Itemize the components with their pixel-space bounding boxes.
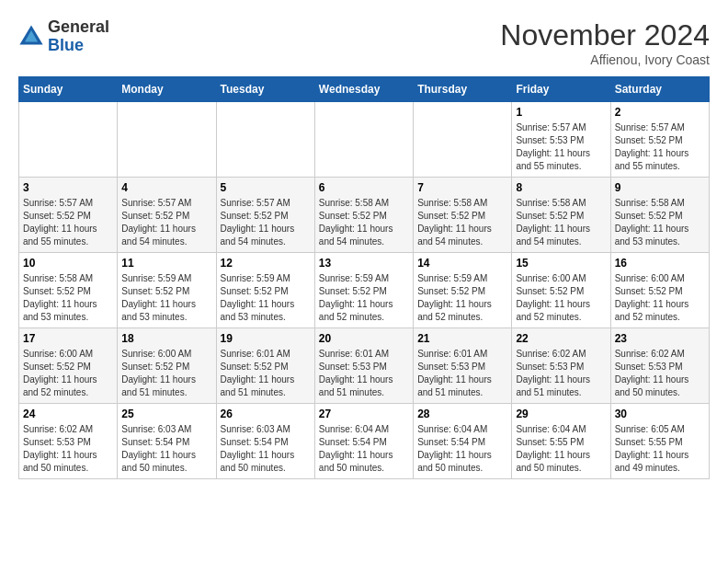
day-info: Sunrise: 5:59 AM Sunset: 5:52 PM Dayligh…: [319, 272, 409, 324]
day-number: 26: [221, 408, 311, 420]
day-number: 13: [319, 257, 409, 270]
calendar-cell: 30Sunrise: 6:05 AM Sunset: 5:55 PM Dayli…: [610, 404, 709, 479]
day-number: 22: [516, 332, 606, 345]
day-number: 18: [121, 332, 211, 345]
day-info: Sunrise: 6:03 AM Sunset: 5:54 PM Dayligh…: [121, 423, 211, 475]
day-info: Sunrise: 6:05 AM Sunset: 5:55 PM Dayligh…: [615, 423, 705, 475]
calendar-cell: [19, 102, 118, 178]
calendar-cell: 19Sunrise: 6:01 AM Sunset: 5:52 PM Dayli…: [216, 328, 314, 404]
day-info: Sunrise: 5:58 AM Sunset: 5:52 PM Dayligh…: [319, 197, 409, 248]
calendar-cell: 21Sunrise: 6:01 AM Sunset: 5:53 PM Dayli…: [414, 328, 512, 404]
calendar-cell: 1Sunrise: 5:57 AM Sunset: 5:53 PM Daylig…: [512, 102, 610, 178]
day-number: 23: [615, 332, 705, 345]
calendar-cell: 10Sunrise: 5:58 AM Sunset: 5:52 PM Dayli…: [19, 253, 118, 328]
calendar-cell: 20Sunrise: 6:01 AM Sunset: 5:53 PM Dayli…: [314, 328, 413, 404]
calendar-body: 1Sunrise: 5:57 AM Sunset: 5:53 PM Daylig…: [19, 102, 710, 479]
logo: General Blue: [18, 18, 109, 55]
calendar-cell: 9Sunrise: 5:58 AM Sunset: 5:52 PM Daylig…: [610, 178, 709, 253]
day-info: Sunrise: 5:58 AM Sunset: 5:52 PM Dayligh…: [516, 197, 606, 248]
day-info: Sunrise: 5:57 AM Sunset: 5:53 PM Dayligh…: [516, 121, 606, 173]
day-info: Sunrise: 6:03 AM Sunset: 5:54 PM Dayligh…: [221, 423, 311, 475]
day-info: Sunrise: 5:58 AM Sunset: 5:52 PM Dayligh…: [615, 197, 705, 248]
day-info: Sunrise: 6:04 AM Sunset: 5:55 PM Dayligh…: [516, 423, 606, 475]
weekday-header-friday: Friday: [512, 77, 610, 102]
calendar-cell: [314, 102, 413, 178]
calendar-cell: 17Sunrise: 6:00 AM Sunset: 5:52 PM Dayli…: [19, 328, 118, 404]
calendar-cell: 6Sunrise: 5:58 AM Sunset: 5:52 PM Daylig…: [314, 178, 413, 253]
day-info: Sunrise: 5:59 AM Sunset: 5:52 PM Dayligh…: [221, 272, 311, 324]
calendar-cell: 12Sunrise: 5:59 AM Sunset: 5:52 PM Dayli…: [216, 253, 314, 328]
calendar-cell: 13Sunrise: 5:59 AM Sunset: 5:52 PM Dayli…: [314, 253, 413, 328]
calendar-cell: 27Sunrise: 6:04 AM Sunset: 5:54 PM Dayli…: [314, 404, 413, 479]
day-info: Sunrise: 6:01 AM Sunset: 5:53 PM Dayligh…: [319, 348, 409, 399]
day-number: 5: [221, 181, 311, 194]
calendar-week-2: 3Sunrise: 5:57 AM Sunset: 5:52 PM Daylig…: [19, 178, 710, 253]
day-number: 25: [121, 408, 211, 420]
day-number: 1: [516, 106, 606, 119]
day-number: 27: [319, 408, 409, 420]
weekday-header-wednesday: Wednesday: [314, 77, 413, 102]
day-info: Sunrise: 5:58 AM Sunset: 5:52 PM Dayligh…: [23, 272, 113, 324]
calendar-table: SundayMondayTuesdayWednesdayThursdayFrid…: [18, 76, 710, 479]
calendar-cell: 22Sunrise: 6:02 AM Sunset: 5:53 PM Dayli…: [512, 328, 610, 404]
calendar-week-5: 24Sunrise: 6:02 AM Sunset: 5:53 PM Dayli…: [19, 404, 710, 479]
day-info: Sunrise: 5:58 AM Sunset: 5:52 PM Dayligh…: [417, 197, 507, 248]
page-header: General Blue November 2024 Affienou, Ivo…: [18, 18, 710, 67]
calendar-cell: 16Sunrise: 6:00 AM Sunset: 5:52 PM Dayli…: [610, 253, 709, 328]
day-number: 2: [615, 106, 705, 119]
day-info: Sunrise: 6:00 AM Sunset: 5:52 PM Dayligh…: [615, 272, 705, 324]
day-number: 21: [417, 332, 507, 345]
day-info: Sunrise: 6:04 AM Sunset: 5:54 PM Dayligh…: [319, 423, 409, 475]
calendar-cell: 18Sunrise: 6:00 AM Sunset: 5:52 PM Dayli…: [118, 328, 216, 404]
day-number: 14: [417, 257, 507, 270]
day-number: 11: [121, 257, 211, 270]
title-block: November 2024 Affienou, Ivory Coast: [500, 18, 710, 67]
day-number: 6: [319, 181, 409, 194]
day-info: Sunrise: 6:00 AM Sunset: 5:52 PM Dayligh…: [23, 348, 113, 399]
calendar-cell: 26Sunrise: 6:03 AM Sunset: 5:54 PM Dayli…: [216, 404, 314, 479]
calendar-cell: 14Sunrise: 5:59 AM Sunset: 5:52 PM Dayli…: [414, 253, 512, 328]
calendar-cell: 5Sunrise: 5:57 AM Sunset: 5:52 PM Daylig…: [216, 178, 314, 253]
day-number: 20: [319, 332, 409, 345]
calendar-cell: 7Sunrise: 5:58 AM Sunset: 5:52 PM Daylig…: [414, 178, 512, 253]
month-year-title: November 2024: [500, 18, 710, 52]
calendar-week-4: 17Sunrise: 6:00 AM Sunset: 5:52 PM Dayli…: [19, 328, 710, 404]
weekday-header-saturday: Saturday: [610, 77, 709, 102]
calendar-cell: 25Sunrise: 6:03 AM Sunset: 5:54 PM Dayli…: [118, 404, 216, 479]
weekday-header-monday: Monday: [118, 77, 216, 102]
calendar-cell: 4Sunrise: 5:57 AM Sunset: 5:52 PM Daylig…: [118, 178, 216, 253]
day-number: 24: [23, 408, 113, 420]
day-info: Sunrise: 6:00 AM Sunset: 5:52 PM Dayligh…: [516, 272, 606, 324]
day-number: 29: [516, 408, 606, 420]
day-number: 15: [516, 257, 606, 270]
weekday-header-tuesday: Tuesday: [216, 77, 314, 102]
day-number: 8: [516, 181, 606, 194]
day-info: Sunrise: 5:57 AM Sunset: 5:52 PM Dayligh…: [121, 197, 211, 248]
day-number: 16: [615, 257, 705, 270]
day-info: Sunrise: 5:57 AM Sunset: 5:52 PM Dayligh…: [23, 197, 113, 248]
day-info: Sunrise: 6:01 AM Sunset: 5:53 PM Dayligh…: [417, 348, 507, 399]
day-info: Sunrise: 6:02 AM Sunset: 5:53 PM Dayligh…: [23, 423, 113, 475]
calendar-cell: 2Sunrise: 5:57 AM Sunset: 5:52 PM Daylig…: [610, 102, 709, 178]
location-subtitle: Affienou, Ivory Coast: [500, 52, 710, 67]
day-number: 3: [23, 181, 113, 194]
day-info: Sunrise: 6:01 AM Sunset: 5:52 PM Dayligh…: [221, 348, 311, 399]
day-info: Sunrise: 6:00 AM Sunset: 5:52 PM Dayligh…: [121, 348, 211, 399]
day-info: Sunrise: 5:57 AM Sunset: 5:52 PM Dayligh…: [615, 121, 705, 173]
calendar-cell: [216, 102, 314, 178]
weekday-header-sunday: Sunday: [19, 77, 118, 102]
day-number: 30: [615, 408, 705, 420]
calendar-cell: [118, 102, 216, 178]
day-number: 12: [221, 257, 311, 270]
calendar-header-row: SundayMondayTuesdayWednesdayThursdayFrid…: [19, 77, 710, 102]
calendar-cell: 29Sunrise: 6:04 AM Sunset: 5:55 PM Dayli…: [512, 404, 610, 479]
logo-text: General Blue: [48, 18, 109, 55]
day-number: 10: [23, 257, 113, 270]
day-number: 19: [221, 332, 311, 345]
day-info: Sunrise: 6:02 AM Sunset: 5:53 PM Dayligh…: [516, 348, 606, 399]
day-info: Sunrise: 6:04 AM Sunset: 5:54 PM Dayligh…: [417, 423, 507, 475]
day-number: 28: [417, 408, 507, 420]
day-info: Sunrise: 5:59 AM Sunset: 5:52 PM Dayligh…: [121, 272, 211, 324]
weekday-header-thursday: Thursday: [414, 77, 512, 102]
calendar-cell: 23Sunrise: 6:02 AM Sunset: 5:53 PM Dayli…: [610, 328, 709, 404]
